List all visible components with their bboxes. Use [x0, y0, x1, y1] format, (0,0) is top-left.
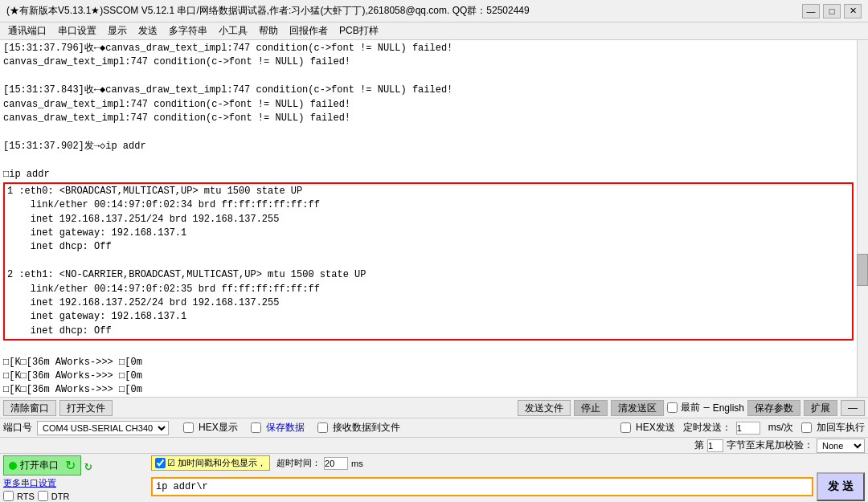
menu-item-PCB打样[interactable]: PCB打样	[334, 22, 383, 39]
timestamp-label: ☑ 加时间戳和分包显示，	[151, 455, 270, 471]
output-line: canvas_draw_text_impl:747 condition(c->f…	[3, 112, 854, 125]
english-label: English	[713, 402, 744, 414]
scrollbar[interactable]	[857, 40, 868, 397]
output-line: inet dhcp: Off	[7, 324, 850, 338]
save-data-checkbox[interactable]	[251, 422, 261, 433]
timed-unit: ms/次	[768, 421, 793, 435]
send-button[interactable]: 发 送	[817, 472, 865, 501]
timeout-unit: ms	[351, 459, 363, 468]
refresh-icon[interactable]: ↻	[84, 458, 92, 474]
save-data-label: 保存数据	[266, 421, 305, 435]
rts-dtr-row: RTS DTR	[3, 491, 148, 501]
command-input[interactable]	[151, 477, 813, 496]
toolbar-separator: —	[703, 402, 709, 414]
timed-send-input[interactable]	[736, 422, 760, 435]
output-line: □ip addr	[3, 168, 854, 182]
send-file-button[interactable]: 发送文件	[518, 400, 571, 416]
output-line: link/ether 00:14:97:0f:02:34 brd ff:ff:f…	[7, 198, 850, 212]
menu-item-小工具[interactable]: 小工具	[214, 22, 252, 39]
hex-send-checkbox[interactable]	[620, 422, 631, 433]
send-options-row: ☑ 加时间戳和分包显示， 超时时间： ms	[151, 455, 865, 471]
output-line: link/ether 00:14:97:0f:02:35 brd ff:ff:f…	[7, 283, 850, 296]
menu-item-回报作者[interactable]: 回报作者	[285, 22, 333, 39]
timeout-input[interactable]	[324, 457, 348, 470]
last-checkbox[interactable]	[667, 402, 678, 413]
bottom-panel: 清除窗口 打开文件 发送文件 停止 清发送区 最前 — English 保存参数…	[0, 397, 868, 502]
minimize-button[interactable]: —	[802, 4, 820, 18]
output-line: [15:31:37.902]发→◇ip addr	[3, 140, 854, 153]
output-line	[7, 255, 850, 268]
dtr-label: DTR	[51, 492, 70, 501]
output-line: □[K□[36m AWorks->>> □[0m	[3, 356, 854, 369]
rts-label: RTS	[17, 492, 35, 501]
last-label: 最前	[681, 401, 700, 414]
output-line	[3, 341, 854, 355]
output-line: inet gateway: 192.168.137.1	[7, 227, 850, 240]
menu-item-显示[interactable]: 显示	[103, 22, 132, 39]
title-text: (★有新版本V5.13.1★)SSCOM V5.12.1 串口/网络数据调试器,…	[6, 4, 530, 18]
first-input[interactable]	[707, 439, 723, 452]
close-button[interactable]: ✕	[844, 4, 862, 18]
menu-item-通讯端口[interactable]: 通讯端口	[3, 22, 51, 39]
hex-display-label: HEX显示	[199, 421, 238, 435]
menu-item-多字符串[interactable]: 多字符串	[164, 22, 212, 39]
send-input-row: 发 送	[151, 472, 865, 501]
stop-button[interactable]: 停止	[574, 400, 608, 416]
terminal-container: [15:31:37.796]收←◆canvas_draw_text_impl:7…	[0, 40, 868, 397]
main-area: [15:31:37.796]收←◆canvas_draw_text_impl:7…	[0, 40, 868, 502]
rts-checkbox[interactable]	[3, 491, 14, 501]
output-line: inet dhcp: Off	[7, 240, 850, 254]
timed-send-label: 定时发送：	[683, 421, 731, 435]
port-select[interactable]: COM4 USB-SERIAL CH340	[37, 421, 169, 435]
receive-to-file-label: 接收数据到文件	[333, 421, 400, 435]
first-label: 第	[694, 439, 704, 452]
more-settings-link[interactable]: 更多串口设置	[3, 477, 148, 489]
red-highlighted-block: 1 :eth0: <BROADCAST,MULTICAST,UP> mtu 15…	[3, 182, 854, 341]
carriage-return-label: 加回车执行	[817, 421, 865, 435]
menu-bar: 通讯端口串口设置显示发送多字符串小工具帮助回报作者PCB打样	[0, 22, 868, 40]
output-line: □[K□[36m AWorks->>> □[0m	[3, 369, 854, 383]
checksum-select[interactable]: None	[817, 439, 865, 453]
receive-to-file-checkbox[interactable]	[317, 422, 328, 433]
send-row: 打开串口↻ ↻ 更多串口设置 RTS DTR 波特率： 115200	[0, 454, 868, 502]
output-line: canvas_draw_text_impl:747 condition(c->f…	[3, 98, 854, 112]
output-line: □[K□[36m AWorks->>> □[0m	[3, 383, 854, 397]
send-area-wrapper: ☑ 加时间戳和分包显示， 超时时间： ms 发 送	[151, 455, 865, 500]
output-line: [15:31:37.843]收←◆canvas_draw_text_impl:7…	[3, 84, 854, 97]
minus-button[interactable]: —	[841, 400, 865, 416]
output-line	[3, 70, 854, 84]
menu-item-帮助[interactable]: 帮助	[254, 22, 283, 39]
dtr-checkbox[interactable]	[38, 491, 48, 501]
open-port-button[interactable]: 打开串口↻	[3, 455, 81, 475]
clear-send-button[interactable]: 清发送区	[611, 400, 664, 416]
refresh-icon[interactable]: ↻	[65, 458, 76, 473]
output-line: inet gateway: 192.168.137.1	[7, 310, 850, 324]
maximize-button[interactable]: □	[823, 4, 841, 18]
output-line	[3, 153, 854, 167]
hex-send-label: HEX发送	[636, 421, 675, 435]
expand-button[interactable]: 扩展	[804, 400, 837, 416]
clear-window-button[interactable]: 清除窗口	[3, 400, 56, 416]
port-label: 端口号	[3, 421, 32, 435]
config-row: 端口号 COM4 USB-SERIAL CH340 HEX显示 保存数据 接收数…	[0, 418, 868, 438]
output-line: 1 :eth0: <BROADCAST,MULTICAST,UP> mtu 15…	[7, 185, 850, 198]
hex-display-checkbox[interactable]	[183, 422, 194, 433]
byte-label: 字节至末尾加校验：	[727, 439, 813, 452]
toolbar-row: 清除窗口 打开文件 发送文件 停止 清发送区 最前 — English 保存参数…	[0, 398, 868, 418]
output-line: 2 :eth1: <NO-CARRIER,BROADCAST,MULTICAST…	[7, 268, 850, 282]
timeout-label: 超时时间：	[276, 457, 321, 469]
terminal-output[interactable]: [15:31:37.796]收←◆canvas_draw_text_impl:7…	[0, 40, 857, 397]
carriage-return-checkbox[interactable]	[801, 422, 812, 433]
status-dot	[9, 462, 17, 470]
save-params-button[interactable]: 保存参数	[747, 400, 800, 416]
timestamp-text: ☑ 加时间戳和分包显示，	[167, 457, 266, 469]
output-line: canvas_draw_text_impl:747 condition(c->f…	[3, 55, 854, 69]
window-controls: — □ ✕	[802, 4, 862, 18]
timestamp-checkbox[interactable]	[155, 458, 166, 468]
menu-item-串口设置[interactable]: 串口设置	[53, 22, 101, 39]
menu-item-发送[interactable]: 发送	[133, 22, 162, 39]
output-line	[3, 125, 854, 139]
open-file-button[interactable]: 打开文件	[59, 400, 113, 416]
left-send-panel: 打开串口↻ ↻ 更多串口设置 RTS DTR 波特率： 115200	[3, 455, 148, 500]
scrollbar-thumb[interactable]	[857, 254, 868, 286]
